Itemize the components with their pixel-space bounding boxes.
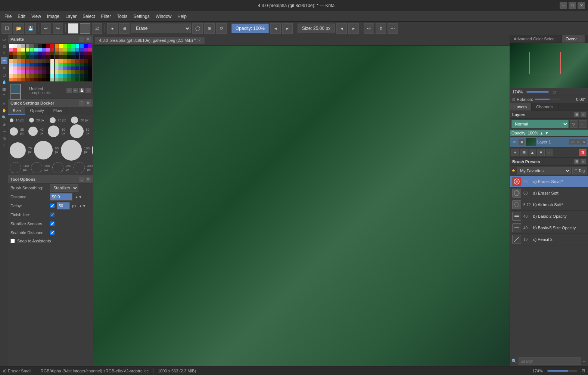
preset-row-eraser-soft[interactable]: 60 a) Eraser Soft xyxy=(510,188,588,199)
color-swatch[interactable] xyxy=(75,66,79,70)
forest-painting[interactable] xyxy=(93,46,510,366)
color-swatch[interactable] xyxy=(30,66,34,70)
color-swatch[interactable] xyxy=(34,74,38,78)
color-swatch[interactable] xyxy=(75,59,79,63)
close-button[interactable]: ✕ xyxy=(578,2,585,9)
color-swatch[interactable] xyxy=(84,55,88,59)
layer-action-2[interactable]: ▷ xyxy=(575,139,581,145)
color-swatch[interactable] xyxy=(26,52,29,55)
move-layer-down-button[interactable]: ▼ xyxy=(537,149,545,156)
color-swatch[interactable] xyxy=(71,44,75,48)
color-swatch[interactable] xyxy=(59,52,63,55)
canvas-wrapper[interactable] xyxy=(93,46,510,366)
color-swatch[interactable] xyxy=(42,66,46,70)
status-fit-button[interactable]: ⊡ xyxy=(582,368,585,373)
color-swatch[interactable] xyxy=(46,70,50,74)
color-swatch[interactable] xyxy=(46,78,50,81)
color-swatch[interactable] xyxy=(21,78,25,81)
background-color-button[interactable] xyxy=(80,23,90,34)
brush-preset-selector[interactable]: Erase xyxy=(131,24,191,33)
color-swatch[interactable] xyxy=(9,66,13,70)
layer-visibility-toggle[interactable]: 👁 xyxy=(511,139,517,145)
color-swatch[interactable] xyxy=(50,66,54,70)
color-swatch[interactable] xyxy=(38,59,42,63)
color-swatch[interactable] xyxy=(59,44,63,48)
color-swatch[interactable] xyxy=(71,52,75,55)
color-swatch[interactable] xyxy=(30,44,34,48)
color-swatch[interactable] xyxy=(21,74,25,78)
color-swatch[interactable] xyxy=(88,44,92,48)
color-swatch[interactable] xyxy=(55,70,59,74)
color-swatch[interactable] xyxy=(80,48,84,52)
color-swatch[interactable] xyxy=(80,74,84,78)
color-swatch[interactable] xyxy=(88,74,92,78)
finish-line-checkbox[interactable] xyxy=(50,213,55,217)
grid-button[interactable]: ⊞ xyxy=(119,23,130,34)
color-swatch[interactable] xyxy=(30,70,34,74)
tool-eraser[interactable]: ◻ xyxy=(1,71,7,78)
color-swatch[interactable] xyxy=(59,78,63,81)
color-swatch[interactable] xyxy=(71,66,75,70)
color-swatch[interactable] xyxy=(9,63,13,66)
color-swatch[interactable] xyxy=(26,74,29,78)
color-swatch[interactable] xyxy=(38,70,42,74)
color-swatch[interactable] xyxy=(84,63,88,66)
color-swatch[interactable] xyxy=(46,48,50,52)
color-swatch[interactable] xyxy=(88,48,92,52)
add-group-button[interactable]: ⊞ xyxy=(520,149,528,156)
color-swatch[interactable] xyxy=(17,59,21,63)
color-swatch[interactable] xyxy=(75,44,79,48)
mirror-v-button[interactable]: ⇕ xyxy=(376,23,386,34)
color-swatch[interactable] xyxy=(55,44,59,48)
color-swatch[interactable] xyxy=(80,70,84,74)
color-swatch[interactable] xyxy=(30,63,34,66)
color-swatch[interactable] xyxy=(67,48,71,52)
brush-circle-300[interactable] xyxy=(74,162,85,173)
tab-flow[interactable]: Flow xyxy=(49,107,67,115)
color-swatch[interactable] xyxy=(88,52,92,55)
color-swatch[interactable] xyxy=(59,48,63,52)
color-swatch[interactable] xyxy=(42,63,46,66)
color-swatch[interactable] xyxy=(46,63,50,66)
color-swatch[interactable] xyxy=(30,52,34,55)
color-swatch[interactable] xyxy=(26,78,29,81)
tool-text[interactable]: T xyxy=(1,93,7,99)
color-swatch[interactable] xyxy=(75,52,79,55)
color-swatch[interactable] xyxy=(50,78,54,81)
color-swatch[interactable] xyxy=(84,59,88,63)
color-swatch[interactable] xyxy=(21,66,25,70)
menu-settings[interactable]: Settings xyxy=(130,13,152,20)
color-swatch[interactable] xyxy=(50,44,54,48)
layer-opacity-down[interactable]: ▼ xyxy=(545,131,548,135)
canvas-tab-close-button[interactable]: ✕ xyxy=(198,38,201,43)
delay-checkbox[interactable] xyxy=(50,204,55,208)
color-swatch[interactable] xyxy=(88,70,92,74)
color-swatch[interactable] xyxy=(38,63,42,66)
opacity-down-button[interactable]: ◂ xyxy=(270,23,281,34)
edit-palette-button[interactable]: ✏ xyxy=(73,88,78,93)
search-input[interactable] xyxy=(519,357,581,365)
brush-smoothing-select[interactable]: Stabilizer None Basic xyxy=(50,184,78,192)
color-swatch[interactable] xyxy=(67,63,71,66)
color-swatch[interactable] xyxy=(84,70,88,74)
delay-spinner[interactable]: ▲▼ xyxy=(79,204,86,208)
opacity-control[interactable]: Opacity: 100% xyxy=(231,24,269,33)
tool-eyedropper[interactable]: 💧 xyxy=(1,78,7,85)
tool-assistants[interactable]: ⊗ xyxy=(1,121,7,128)
snap-to-assistants-checkbox[interactable] xyxy=(10,239,15,243)
color-swatch[interactable] xyxy=(88,63,92,66)
color-swatch[interactable] xyxy=(26,66,29,70)
color-swatch[interactable] xyxy=(63,63,67,66)
color-swatch[interactable] xyxy=(55,52,59,55)
layer-action-1[interactable]: ◁ xyxy=(569,139,575,145)
brush-circle-70[interactable] xyxy=(10,142,26,158)
add-palette-button[interactable]: + xyxy=(66,88,72,93)
menu-file[interactable]: File xyxy=(1,13,15,20)
color-swatch[interactable] xyxy=(80,55,84,59)
search-more-button[interactable]: ⋯ xyxy=(583,359,587,363)
color-swatch[interactable] xyxy=(67,55,71,59)
color-swatch[interactable] xyxy=(34,59,38,63)
move-layer-up-button[interactable]: ▲ xyxy=(529,149,536,156)
color-swatch[interactable] xyxy=(13,70,17,74)
color-swatch[interactable] xyxy=(30,55,34,59)
